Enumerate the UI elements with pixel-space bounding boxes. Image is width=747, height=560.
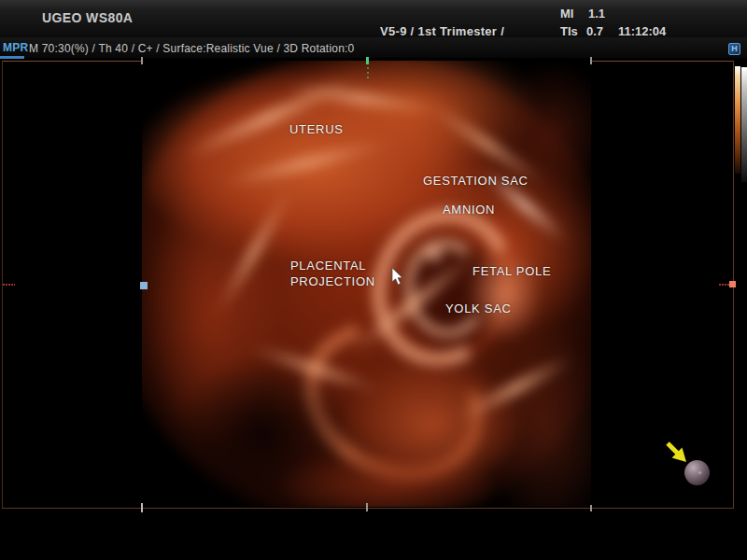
tick-top-left — [141, 57, 143, 64]
tick-green-dot — [367, 67, 369, 69]
annotation-fetal-pole: FETAL POLE — [472, 264, 551, 278]
tick-green-dot — [367, 77, 369, 78]
annotation-yolk-sac: YOLK SAC — [445, 301, 512, 315]
colormap-bar-sepia — [735, 66, 740, 174]
tick-bottom-right — [590, 505, 592, 511]
colormap-bar-gray — [741, 67, 747, 182]
plane-marker-right — [729, 281, 736, 287]
sphere-highlight — [698, 470, 702, 475]
clock: 11:12:04 — [618, 24, 666, 38]
annotation-placental-line2: PROJECTION — [290, 274, 375, 288]
tick-green-dot — [367, 72, 369, 74]
mi-label: MI — [560, 7, 573, 21]
mi-value: 1.1 — [588, 7, 605, 21]
annotation-uterus: UTERUS — [289, 122, 344, 136]
tick-top-right — [590, 57, 592, 64]
window-icon[interactable]: H — [728, 43, 740, 55]
plane-marker-left[interactable] — [140, 282, 148, 289]
annotation-placental-line1: PLACENTAL — [290, 259, 366, 273]
yellow-arrow-icon — [664, 440, 692, 468]
render-parameters: M 70:30(%) / Th 40 / C+ / Surface:Realis… — [29, 42, 354, 55]
annotation-placental-projection: PLACENTAL PROJECTION — [290, 258, 375, 289]
title-bar: UGEO WS80A V5-9 / 1st Trimester / MI 1.1… — [0, 0, 747, 37]
plane-marker-dots-left — [3, 284, 15, 286]
mode-badge-underline — [0, 56, 24, 59]
tick-bottom-center — [366, 503, 368, 511]
tis-label: TIs — [560, 24, 578, 38]
tick-bottom-left — [141, 503, 143, 512]
probe-preset: V5-9 / 1st Trimester / — [380, 24, 504, 38]
tick-top-center-green — [366, 57, 369, 64]
annotation-amnion: AMNION — [443, 203, 495, 217]
device-name: UGEO WS80A — [42, 10, 133, 25]
tis-value: 0.7 — [586, 24, 603, 38]
cursor-arrow-icon — [391, 268, 404, 287]
annotation-gestation-sac: GESTATION SAC — [423, 174, 529, 188]
mode-badge-mpr[interactable]: MPR — [3, 41, 29, 54]
